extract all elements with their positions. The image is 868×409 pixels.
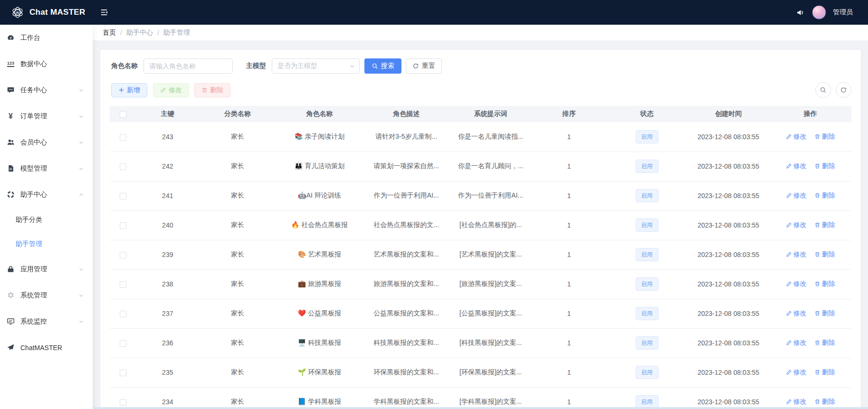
- table-row[interactable]: 238 家长 💼 旅游黑板报 旅游黑板报的文案和... [旅游黑板报]的文案..…: [110, 269, 851, 299]
- main-model-select[interactable]: 是否为主模型: [272, 58, 360, 74]
- row-checkbox[interactable]: [120, 193, 126, 200]
- delete-link[interactable]: 删除: [814, 221, 835, 229]
- sidebar-item-data-center[interactable]: 123 数据中心: [0, 51, 93, 77]
- cell-role-name: 🤖AI 辩论训练: [276, 181, 363, 210]
- row-checkbox[interactable]: [120, 281, 126, 288]
- status-badge: 启用: [636, 189, 658, 202]
- breadcrumb-home[interactable]: 首页: [103, 29, 116, 37]
- delete-link[interactable]: 删除: [814, 368, 835, 377]
- edit-link[interactable]: 修改: [786, 250, 807, 259]
- delete-link[interactable]: 删除: [814, 309, 835, 318]
- delete-link[interactable]: 删除: [814, 398, 835, 406]
- refresh-table-button[interactable]: [836, 82, 851, 98]
- table-row[interactable]: 240 家长 🔥 社会热点黑板报 社会热点黑板报的文... [社会热点黑板报]的…: [110, 210, 851, 240]
- sidebar-item-workbench[interactable]: 工作台: [0, 25, 93, 51]
- edit-link[interactable]: 修改: [786, 368, 807, 377]
- trash-icon: [814, 310, 820, 316]
- cell-created-time: 2023-12-08 08:03:55: [687, 240, 770, 269]
- sidebar-item-task-center[interactable]: 任务中心: [0, 77, 93, 103]
- table-row[interactable]: 243 家长 📚 亲子阅读计划 请针对3-5岁儿童制... 你是一名儿童阅读指.…: [110, 122, 851, 152]
- table-row[interactable]: 241 家长 🤖AI 辩论训练 作为一位善于利用AI... 作为一位善于利用AI…: [110, 181, 851, 210]
- chevron-down-icon: [78, 293, 84, 298]
- row-checkbox[interactable]: [120, 134, 126, 141]
- app-brand: AI Chat MASTER: [0, 6, 93, 19]
- monitor-icon: [6, 317, 15, 325]
- sidebar-item-label: 模型管理: [20, 164, 78, 173]
- cell-role-desc: 艺术黑板报的文案和...: [363, 240, 450, 269]
- col-header-category: 分类名称: [199, 106, 276, 122]
- sidebar-item-model-management[interactable]: 模型管理: [0, 155, 93, 181]
- select-all-checkbox[interactable]: [120, 111, 126, 118]
- status-badge: 启用: [636, 219, 658, 232]
- sidebar-item-system-monitor[interactable]: 系统监控: [0, 308, 93, 334]
- chevron-down-icon: [78, 87, 84, 93]
- table-row[interactable]: 236 家长 🖥️ 科技黑板报 科技黑板报的文案和... [科技黑板报]的文案.…: [110, 328, 851, 358]
- speaker-icon[interactable]: [796, 8, 805, 17]
- table-row[interactable]: 235 家长 🌱 环保黑板报 环保黑板报的文案和... [环保黑板报]的文案..…: [110, 358, 851, 387]
- delete-link[interactable]: 删除: [814, 133, 835, 141]
- cell-category: 家长: [199, 152, 276, 181]
- sidebar-item-label: 系统监控: [20, 317, 78, 326]
- sidebar-item-member-center[interactable]: 会员中心: [0, 129, 93, 155]
- edit-link[interactable]: 修改: [786, 309, 807, 318]
- users-icon: [6, 138, 15, 146]
- row-checkbox[interactable]: [120, 370, 126, 376]
- reset-button[interactable]: 重置: [406, 58, 442, 74]
- table-row[interactable]: 242 家长 👪 育儿活动策划 请策划一项探索自然... 你是一名育儿顾问，..…: [110, 152, 851, 181]
- menu-fold-icon[interactable]: [100, 8, 108, 17]
- edit-link[interactable]: 修改: [786, 133, 807, 141]
- search-button[interactable]: 搜索: [364, 58, 401, 74]
- delete-link[interactable]: 删除: [814, 250, 835, 259]
- role-name-input[interactable]: [143, 58, 233, 74]
- table-row[interactable]: 239 家长 🎨 艺术黑板报 艺术黑板报的文案和... [艺术黑板报]的文案..…: [110, 240, 851, 269]
- cell-category: 家长: [199, 240, 276, 269]
- sidebar-item-assistant-category[interactable]: 助手分类: [0, 208, 93, 232]
- cell-id: 243: [136, 122, 199, 152]
- chevron-down-icon: [78, 140, 84, 145]
- sidebar-item-system-management[interactable]: 系统管理: [0, 282, 93, 308]
- breadcrumb-assistant-center[interactable]: 助手中心: [126, 29, 153, 37]
- assistants-table: 主键 分类名称 角色名称 角色描述 系统提示词 排序 状态 创建时间 操作 24…: [110, 106, 851, 409]
- pen-icon: [786, 192, 792, 199]
- edit-button[interactable]: 修改: [153, 83, 189, 97]
- delete-button[interactable]: 删除: [194, 83, 230, 97]
- cell-id: 242: [136, 152, 199, 181]
- delete-link[interactable]: 删除: [814, 339, 835, 347]
- edit-link[interactable]: 修改: [786, 191, 807, 200]
- sidebar-item-assistant-management[interactable]: 助手管理: [0, 232, 93, 256]
- row-checkbox[interactable]: [120, 252, 126, 258]
- edit-link[interactable]: 修改: [786, 339, 807, 347]
- row-checkbox[interactable]: [120, 340, 126, 347]
- edit-link[interactable]: 修改: [786, 398, 807, 406]
- username-label[interactable]: 管理员: [833, 8, 853, 17]
- delete-link[interactable]: 删除: [814, 191, 835, 200]
- edit-link[interactable]: 修改: [786, 162, 807, 171]
- pen-icon: [786, 222, 792, 228]
- sidebar-item-app-management[interactable]: 应用管理: [0, 256, 93, 282]
- cell-category: 家长: [199, 122, 276, 152]
- add-button[interactable]: 新增: [111, 83, 147, 97]
- cell-system-prompt: [环保黑板报]的文案...: [450, 358, 532, 387]
- pen-icon: [160, 87, 166, 93]
- yen-icon: ¥: [6, 112, 15, 120]
- row-checkbox[interactable]: [120, 399, 126, 406]
- trash-icon: [814, 369, 820, 375]
- delete-link[interactable]: 删除: [814, 162, 835, 171]
- user-avatar[interactable]: [812, 5, 826, 19]
- table-row[interactable]: 234 家长 📘 学科黑板报 学科黑板报的文案和... [学科黑板报]的文案..…: [110, 387, 851, 409]
- trash-icon: [814, 163, 820, 169]
- row-checkbox[interactable]: [120, 311, 126, 317]
- sidebar-item-order-management[interactable]: ¥ 订单管理: [0, 103, 93, 129]
- cell-sort: 1: [532, 358, 606, 387]
- delete-link[interactable]: 删除: [814, 280, 835, 288]
- horizontal-scrollbar[interactable]: [93, 407, 868, 409]
- edit-link[interactable]: 修改: [786, 221, 807, 229]
- row-checkbox[interactable]: [120, 222, 126, 229]
- sidebar-item-assistant-center[interactable]: 助手中心: [0, 181, 93, 208]
- cell-category: 家长: [199, 181, 276, 210]
- table-row[interactable]: 237 家长 ❤️ 公益黑板报 公益黑板报的文案和... [公益黑板报]的文案.…: [110, 299, 851, 328]
- toggle-search-button[interactable]: [815, 82, 831, 98]
- row-checkbox[interactable]: [120, 163, 126, 170]
- sidebar-item-chatmaster[interactable]: ChatMASTER: [0, 334, 93, 361]
- edit-link[interactable]: 修改: [786, 280, 807, 288]
